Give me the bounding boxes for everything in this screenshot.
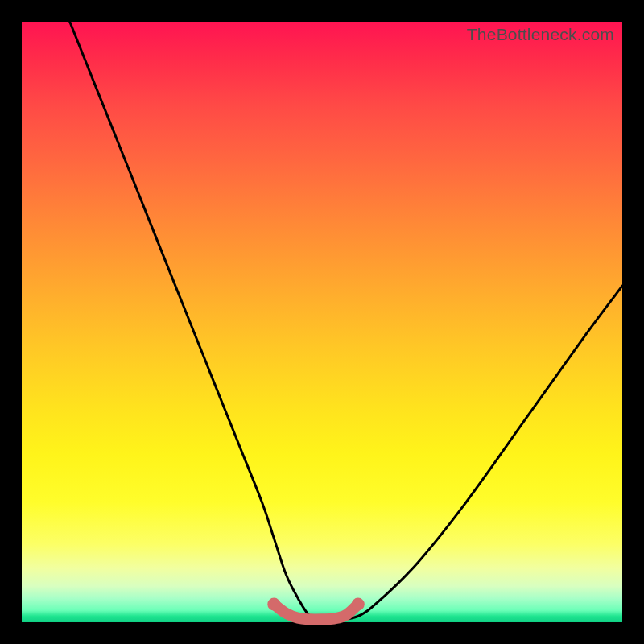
marker-dot xyxy=(352,598,365,611)
bottleneck-curve-path xyxy=(70,22,622,620)
plot-area: TheBottleneck.com xyxy=(22,22,622,622)
bottom-marker-path xyxy=(274,605,358,620)
marker-dot xyxy=(267,598,280,611)
curve-layer xyxy=(22,22,622,622)
chart-frame: TheBottleneck.com xyxy=(0,0,644,644)
